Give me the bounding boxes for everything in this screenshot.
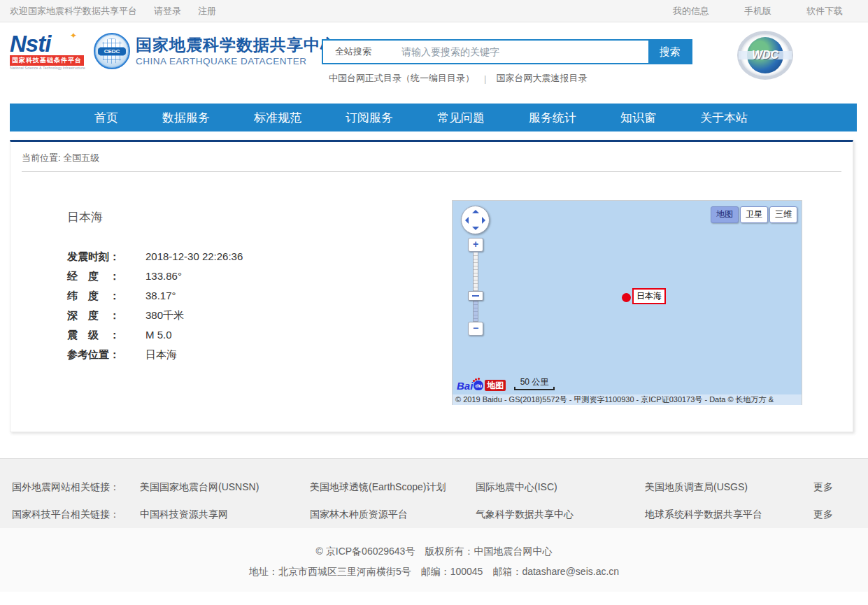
quake-details: 日本海 发震时刻：2018-12-30 22:26:36 经 度 ：133.86… [67,209,243,364]
baidu-map[interactable]: + − 地图 卫星 三维 日本海 Bai du 地图 50 公里 [452,200,802,405]
nav-item-faq[interactable]: 常见问题 [437,110,485,126]
map-type-3d[interactable]: 三维 [769,206,797,223]
footer-row-foreign: 国外地震网站相关链接： 美国国家地震台网(USNSN) 美国地球透镜(Earth… [12,474,856,501]
content-card: 当前位置: 全国五级 日本海 发震时刻：2018-12-30 22:26:36 … [10,140,853,432]
star-icon: ✦ [70,31,77,41]
epicenter-label: 日本海 [632,288,666,304]
nav-item-standards[interactable]: 标准规范 [254,110,301,126]
site-logo[interactable]: Nsti ✦ 国家科技基础条件平台 National Science & Tec… [10,32,337,70]
baidu-logo-bai: Bai [457,380,473,392]
search-area: 全站搜索 搜索 中国台网正式目录（统一编目目录） | 国家台网大震速报目录 [322,39,692,85]
map-attribution: © 2019 Baidu - GS(2018)5572号 - 甲测资字11009… [453,394,802,405]
search-scope-select[interactable]: 全站搜索 [323,41,401,63]
wdc-badge: WDC [752,49,778,62]
map-scale-bar [514,387,555,390]
zoom-out-button[interactable]: − [468,322,483,336]
nsti-logo-en: National Science & Technology Infrastruc… [10,66,84,69]
breadcrumb-label: 当前位置: [22,152,61,163]
search-button[interactable]: 搜索 [648,41,691,63]
welcome-text: 欢迎国家地震科学数据共享平台 [10,5,137,17]
quake-title: 日本海 [67,209,243,225]
cedc-badge: CEDC [98,48,126,55]
catalog-link-quickreport[interactable]: 国家台网大震速报目录 [496,72,587,85]
footer-link-earthscope[interactable]: 美国地球透镜(EarthScope)计划 [310,481,476,494]
footer-link-usgs[interactable]: 美国地质调查局(USGS) [645,481,813,494]
footer-link-escience[interactable]: 中国科技资源共享网 [140,508,310,521]
pan-down-icon[interactable] [472,227,479,230]
footer-links: 国外地震网站相关链接： 美国国家地震台网(USNSN) 美国地球透镜(Earth… [0,458,868,528]
pan-left-icon[interactable] [465,217,469,224]
zoom-slider-thumb[interactable] [468,291,483,301]
pan-right-icon[interactable] [482,217,485,224]
footer-row-national: 国家科技平台相关链接： 中国科技资源共享网 国家林木种质资源平台 气象科学数据共… [12,501,856,528]
quake-field-magnitude: 震 级 ：M 5.0 [67,325,243,345]
header: Nsti ✦ 国家科技基础条件平台 National Science & Tec… [0,22,868,104]
nsti-logo-text: Nsti [10,34,92,55]
quake-field-reference-location: 参考位置：日本海 [67,345,243,364]
footer-heading: 国外地震网站相关链接： [12,481,140,494]
baidu-paw-icon: du [474,380,483,390]
copyright: © 京ICP备06029643号 版权所有：中国地震台网中心 地址：北京市西城区… [0,528,868,592]
nav-item-home[interactable]: 首页 [94,110,118,126]
pan-up-icon[interactable] [472,210,479,213]
zoom-slider-track[interactable] [473,252,478,322]
map-scale: 50 公里 [514,378,555,390]
nsti-logo-cn: 国家科技基础条件平台 [10,55,84,66]
nav-item-service-stats[interactable]: 服务统计 [529,110,576,126]
map-scale-label: 50 公里 [514,378,555,387]
nav-item-knowledge[interactable]: 知识窗 [620,110,656,126]
map-pan-control[interactable] [461,206,490,234]
main-nav: 首页 数据服务 标准规范 订阅服务 常见问题 服务统计 知识窗 关于本站 [10,104,857,131]
quick-links-separator: | [484,73,486,84]
wdc-globe-icon: WDC [747,37,783,73]
map-type-satellite[interactable]: 卫星 [740,206,768,223]
login-link[interactable]: 请登录 [154,5,181,17]
cedc-globe-icon: CEDC [94,33,130,69]
site-title-en: CHINA EARTHQUAKE DATACENTER [136,56,337,67]
footer-heading: 国家科技平台相关链接： [12,508,140,521]
footer-link-earth-system[interactable]: 地球系统科学数据共享平台 [645,508,813,521]
quake-field-depth: 深 度 ：380千米 [67,306,243,325]
breadcrumb-current: 全国五级 [63,152,99,163]
baidu-logo: Bai du 地图 [457,379,506,392]
map-type-map[interactable]: 地图 [711,206,739,223]
nav-item-about[interactable]: 关于本站 [700,110,748,126]
footer-more-foreign[interactable]: 更多 [813,481,857,494]
footer-link-forest[interactable]: 国家林木种质资源平台 [310,508,476,521]
search-input[interactable] [401,41,648,63]
nav-item-subscription[interactable]: 订阅服务 [346,110,393,126]
copyright-line1: © 京ICP备06029643号 版权所有：中国地震台网中心 [0,541,868,562]
register-link[interactable]: 注册 [198,5,216,17]
footer-more-national[interactable]: 更多 [813,508,857,521]
topbar: 欢迎国家地震科学数据共享平台 请登录 注册 我的信息 手机版 软件下载 [0,0,868,22]
nav-item-data-services[interactable]: 数据服务 [162,110,210,126]
breadcrumb-divider [22,171,841,172]
breadcrumb: 当前位置: 全国五级 [10,142,853,171]
footer-link-isc[interactable]: 国际地震中心(ISC) [476,481,645,494]
footer-link-meteo[interactable]: 气象科学数据共享中心 [476,508,645,521]
software-download-link[interactable]: 软件下载 [806,5,843,17]
nsti-logo: Nsti ✦ 国家科技基础条件平台 National Science & Tec… [10,32,92,70]
map-canvas[interactable]: + − 地图 卫星 三维 日本海 Bai du 地图 50 公里 [453,201,802,394]
map-type-switch: 地图 卫星 三维 [711,206,797,223]
wdc-logo: WDC [737,31,793,80]
quake-field-latitude: 纬 度 ：38.17° [67,286,243,306]
site-title-cn: 国家地震科学数据共享中心 [136,36,337,54]
catalog-link-unified[interactable]: 中国台网正式目录（统一编目目录） [329,72,474,85]
quake-field-longitude: 经 度 ：133.86° [67,266,243,286]
copyright-line2: 地址：北京市西城区三里河南横街5号 邮编：100045 邮箱：datashare… [0,562,868,582]
map-zoom-control: + − [468,238,483,336]
zoom-in-button[interactable]: + [468,238,483,252]
quake-field-time: 发震时刻：2018-12-30 22:26:36 [67,247,243,266]
my-info-link[interactable]: 我的信息 [673,5,709,17]
footer-link-usnsn[interactable]: 美国国家地震台网(USNSN) [140,481,310,494]
mobile-version-link[interactable]: 手机版 [744,5,771,17]
baidu-logo-map: 地图 [485,380,506,391]
epicenter-marker[interactable] [622,293,631,302]
